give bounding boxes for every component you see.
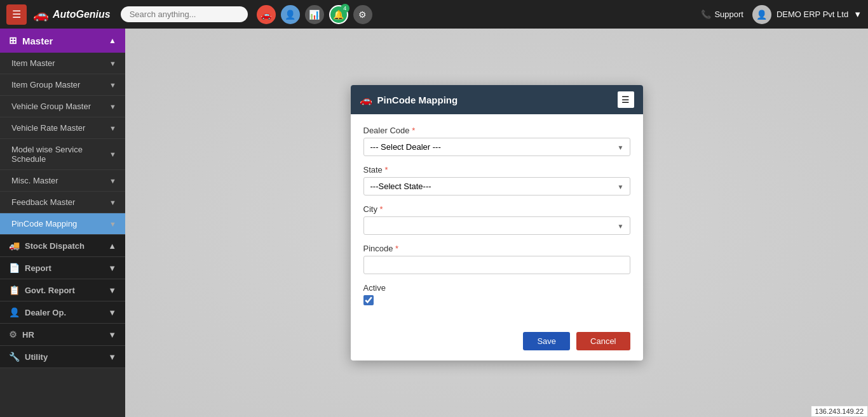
chevron-icon: ▼ <box>108 286 116 295</box>
content-area: 🚗 PinCode Mapping ☰ Dealer Code * <box>125 29 868 417</box>
ip-address: 136.243.149.22 <box>811 406 868 417</box>
stock-dispatch-label: Stock Dispatch <box>25 241 85 251</box>
nav-icon-user[interactable]: 👤 <box>281 5 300 24</box>
sidebar-item-label: Item Master <box>11 58 55 68</box>
city-required: * <box>380 204 383 214</box>
save-button[interactable]: Save <box>523 332 570 350</box>
cancel-button[interactable]: Cancel <box>576 332 630 350</box>
chevron-icon: ▼ <box>108 308 116 317</box>
modal-title-area: 🚗 PinCode Mapping <box>360 94 458 106</box>
support-label: Support <box>714 10 743 19</box>
master-grid-icon: ⊞ <box>9 35 17 46</box>
chevron-icon: ▼ <box>108 352 116 362</box>
sidebar-item-label: Item Group Master <box>11 80 80 89</box>
modal-body: Dealer Code * --- Select Dealer --- Sta <box>351 114 643 326</box>
master-chevron-icon: ▲ <box>109 36 116 45</box>
sidebar-master-label: Master <box>22 36 53 46</box>
chevron-icon: ▼ <box>109 220 116 228</box>
phone-icon: 📞 <box>701 10 711 19</box>
dealer-code-required: * <box>412 126 415 135</box>
modal-car-icon: 🚗 <box>360 94 372 106</box>
modal-overlay: 🚗 PinCode Mapping ☰ Dealer Code * <box>351 85 643 361</box>
dealer-code-select[interactable]: --- Select Dealer --- <box>363 138 630 156</box>
navbar: ☰ 🚗 AutoGenius 🚗 👤 📊 🔔 4 ⚙ 📞 Support 👤 D… <box>0 0 868 29</box>
hamburger-menu[interactable]: ☰ <box>6 4 27 25</box>
sidebar: ⊞ Master ▲ Item Master ▼ Item Group Mast… <box>0 29 125 417</box>
city-select[interactable] <box>363 216 630 235</box>
sidebar-item-item-master[interactable]: Item Master ▼ <box>0 53 125 74</box>
nav-icon-notify[interactable]: 🔔 4 <box>329 5 348 24</box>
sidebar-dealer-op[interactable]: 👤 Dealer Op. ▼ <box>0 301 125 324</box>
modal-header: 🚗 PinCode Mapping ☰ <box>351 85 643 114</box>
state-select[interactable]: ---Select State--- <box>363 177 630 195</box>
sidebar-item-label: Feedback Master <box>11 197 75 207</box>
sidebar-item-vehicle-group-master[interactable]: Vehicle Group Master ▼ <box>0 96 125 117</box>
support-link[interactable]: 📞 Support <box>701 10 743 19</box>
sidebar-report[interactable]: 📄 Report ▼ <box>0 257 125 279</box>
chevron-icon: ▼ <box>109 60 116 67</box>
hr-icon: ⚙ <box>9 329 17 340</box>
user-name: DEMO ERP Pvt Ltd <box>776 10 848 19</box>
chevron-icon: ▼ <box>109 199 116 206</box>
sidebar-item-model-wise-service[interactable]: Model wise Service Schedule ▼ <box>0 139 125 170</box>
sidebar-utility[interactable]: 🔧 Utility ▼ <box>0 346 125 368</box>
state-label: State * <box>363 165 630 175</box>
truck-icon: 🚚 <box>9 241 20 251</box>
sidebar-item-misc-master[interactable]: Misc. Master ▼ <box>0 170 125 192</box>
user-chevron-icon: ▼ <box>853 10 862 19</box>
sidebar-govt-report[interactable]: 📋 Govt. Report ▼ <box>0 279 125 301</box>
user-avatar: 👤 <box>752 5 771 24</box>
modal-menu-button[interactable]: ☰ <box>618 91 634 108</box>
sidebar-item-vehicle-rate-master[interactable]: Vehicle Rate Master ▼ <box>0 117 125 139</box>
sidebar-item-pincode-mapping[interactable]: PinCode Mapping ▼ <box>0 213 125 235</box>
sidebar-item-label: Vehicle Rate Master <box>11 123 85 133</box>
govt-report-label: Govt. Report <box>25 286 75 295</box>
state-select-wrapper: ---Select State--- <box>363 177 630 195</box>
chevron-icon: ▼ <box>109 103 116 110</box>
utility-label: Utility <box>25 352 48 362</box>
modal-title: PinCode Mapping <box>377 95 458 105</box>
pincode-mapping-modal: 🚗 PinCode Mapping ☰ Dealer Code * <box>351 85 643 361</box>
hr-label: HR <box>22 330 34 340</box>
active-checkbox-wrapper <box>363 295 630 305</box>
active-label: Active <box>363 283 630 293</box>
sidebar-item-item-group-master[interactable]: Item Group Master ▼ <box>0 74 125 96</box>
city-group: City * <box>363 204 630 235</box>
user-menu[interactable]: 👤 DEMO ERP Pvt Ltd ▼ <box>752 5 862 24</box>
search-input[interactable] <box>121 6 248 22</box>
sidebar-stock-dispatch[interactable]: 🚚 Stock Dispatch ▲ <box>0 235 125 257</box>
nav-icon-car[interactable]: 🚗 <box>257 5 276 24</box>
nav-icon-settings[interactable]: ⚙ <box>353 5 372 24</box>
sidebar-item-label: Model wise Service Schedule <box>11 145 109 164</box>
dealer-code-label: Dealer Code * <box>363 126 630 135</box>
notification-badge: 4 <box>341 4 349 13</box>
sidebar-hr[interactable]: ⚙ HR ▼ <box>0 324 125 346</box>
active-group: Active <box>363 283 630 305</box>
dealer-icon: 👤 <box>9 307 20 317</box>
report-icon: 📄 <box>9 263 20 273</box>
pincode-group: Pincode * <box>363 244 630 274</box>
chevron-icon: ▼ <box>109 150 116 158</box>
chevron-icon: ▲ <box>108 241 116 251</box>
chevron-icon: ▼ <box>109 124 116 132</box>
state-required: * <box>384 165 388 175</box>
chevron-icon: ▼ <box>109 177 116 185</box>
nav-icons: 🚗 👤 📊 🔔 4 ⚙ <box>257 5 372 24</box>
utility-icon: 🔧 <box>9 352 20 362</box>
state-group: State * ---Select State--- <box>363 165 630 195</box>
city-select-wrapper <box>363 216 630 235</box>
dealer-code-select-wrapper: --- Select Dealer --- <box>363 138 630 156</box>
sidebar-item-label: PinCode Mapping <box>11 219 77 228</box>
sidebar-master-header[interactable]: ⊞ Master ▲ <box>0 29 125 53</box>
nav-right: 📞 Support 👤 DEMO ERP Pvt Ltd ▼ <box>701 5 862 24</box>
nav-icon-chart[interactable]: 📊 <box>305 5 324 24</box>
pincode-input[interactable] <box>363 256 630 274</box>
modal-footer: Save Cancel <box>351 326 643 361</box>
city-label: City * <box>363 204 630 214</box>
sidebar-item-feedback-master[interactable]: Feedback Master ▼ <box>0 192 125 213</box>
pincode-label: Pincode * <box>363 244 630 253</box>
main-layout: ⊞ Master ▲ Item Master ▼ Item Group Mast… <box>0 29 868 417</box>
sidebar-item-label: Vehicle Group Master <box>11 102 91 111</box>
chevron-icon: ▼ <box>108 263 116 273</box>
active-checkbox[interactable] <box>363 295 374 305</box>
